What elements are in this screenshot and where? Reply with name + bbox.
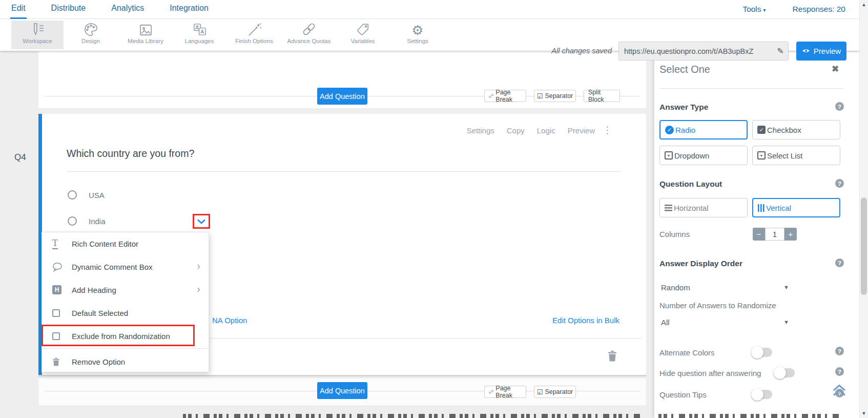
radio-option-usa[interactable]: [68, 190, 77, 200]
gear-icon: ⚙: [411, 21, 423, 37]
question-layout-label: Question Layout: [659, 180, 722, 189]
alternate-colors-toggle[interactable]: [752, 348, 772, 357]
option-menu-chevron-highlight[interactable]: [193, 214, 210, 229]
submenu-chevron-icon: [197, 261, 200, 271]
separator-button-top[interactable]: Separator: [534, 90, 576, 102]
scroll-up-arrow[interactable]: [860, 2, 868, 7]
workspace-icon: [30, 21, 45, 37]
option-label-india[interactable]: India: [89, 217, 106, 226]
split-block-button[interactable]: Split Block: [584, 90, 620, 102]
columns-value[interactable]: 1: [765, 228, 784, 241]
toolbar-item-variables[interactable]: Variables: [336, 21, 389, 44]
question-actions: Settings Copy Logic Preview: [467, 126, 595, 135]
chevron-down-icon: [197, 219, 206, 224]
increment-button[interactable]: [784, 228, 797, 241]
delete-question-icon[interactable]: [608, 350, 617, 364]
layout-horizontal[interactable]: Horizontal: [659, 198, 748, 217]
rich-text-icon: T: [52, 238, 66, 249]
toolbar-item-languages[interactable]: Languages: [173, 21, 226, 44]
toolbar-item-design[interactable]: Design: [64, 21, 117, 44]
randomize-count-select[interactable]: All: [661, 318, 670, 327]
menu-item-add-heading[interactable]: H Add Heading: [42, 278, 209, 301]
dropdown-square-icon: [757, 151, 766, 160]
design-palette-icon: [84, 21, 98, 37]
radio-option-india[interactable]: [68, 216, 77, 226]
magic-wand-icon: [247, 21, 262, 37]
scroll-down-arrow[interactable]: [860, 411, 868, 416]
checkbox-unchecked-icon[interactable]: [52, 332, 66, 340]
divider: [659, 88, 843, 89]
answer-type-radio[interactable]: Radio: [659, 120, 748, 140]
question-tips-toggle[interactable]: [752, 390, 772, 399]
eye-icon: [802, 47, 810, 55]
display-order-select[interactable]: Random: [661, 283, 690, 292]
scrollbar-thumb[interactable]: [861, 197, 867, 295]
layout-vertical[interactable]: Vertical: [752, 198, 840, 217]
dropdown-square-icon: [665, 151, 673, 160]
toolbar-item-media-library[interactable]: Media Library: [119, 21, 172, 44]
broken-link-icon: [489, 389, 493, 395]
question-preview-link[interactable]: Preview: [568, 126, 595, 135]
option-label-usa[interactable]: USA: [89, 191, 105, 200]
option-context-menu: T Rich Content Editor Dynamic Comment Bo…: [42, 232, 209, 372]
divider: [42, 348, 209, 349]
separator-button-bottom[interactable]: Separator: [534, 386, 576, 398]
menu-item-exclude-from-randomization[interactable]: Exclude from Randomization: [42, 325, 209, 347]
decrement-button[interactable]: [753, 228, 765, 241]
broken-link-icon: [489, 93, 493, 99]
answer-type-checkbox[interactable]: Checkbox: [752, 120, 840, 140]
page-scrollbar[interactable]: [859, 0, 868, 418]
toolbar-item-settings[interactable]: ⚙ Settings: [391, 21, 444, 44]
hide-question-toggle[interactable]: [774, 368, 795, 377]
menu-item-default-selected[interactable]: Default Selected: [42, 302, 209, 324]
checkbox-unchecked-icon[interactable]: [52, 309, 66, 317]
tab-integration[interactable]: Integration: [169, 0, 210, 19]
question-settings-panel: Select One Answer Type Radio Checkbox Dr…: [654, 51, 859, 418]
add-question-button-bottom[interactable]: Add Question: [317, 382, 367, 399]
chain-links-icon: [301, 21, 317, 37]
page-break-button-top[interactable]: Page Break: [484, 90, 526, 102]
menu-item-dynamic-comment-box[interactable]: Dynamic Comment Box: [42, 255, 209, 278]
tab-edit[interactable]: Edit: [10, 0, 27, 19]
survey-url-field[interactable]: https://eu.questionpro.com/t/AB3upBxZ ✎: [618, 42, 789, 61]
answer-type-dropdown[interactable]: Dropdown: [659, 146, 748, 165]
menu-item-rich-content-editor[interactable]: T Rich Content Editor: [42, 232, 209, 255]
add-question-button-top[interactable]: Add Question: [317, 88, 367, 105]
edit-options-in-bulk-link[interactable]: Edit Options in Bulk: [552, 316, 619, 325]
close-icon[interactable]: [832, 64, 839, 74]
question-tips-label: Question Tips: [659, 390, 707, 399]
question-number: Q4: [14, 152, 26, 163]
question-logic-link[interactable]: Logic: [537, 126, 555, 135]
page-break-button-bottom[interactable]: Page Break: [484, 386, 526, 398]
toolbar-item-workspace[interactable]: Workspace: [11, 21, 64, 44]
question-settings-link[interactable]: Settings: [467, 126, 494, 135]
vertical-bars-icon: [758, 204, 764, 212]
help-icon[interactable]: [835, 179, 844, 188]
kebab-menu-icon[interactable]: [603, 124, 612, 136]
help-icon[interactable]: [835, 367, 844, 376]
tab-distribute[interactable]: Distribute: [50, 0, 87, 19]
edit-url-icon[interactable]: ✎: [773, 46, 788, 56]
menu-item-remove-option[interactable]: Remove Option: [42, 350, 209, 373]
na-option-link[interactable]: NA Option: [212, 316, 247, 325]
help-icon[interactable]: [835, 347, 844, 355]
preview-button[interactable]: Preview: [796, 42, 846, 61]
question-title[interactable]: Which country are you from?: [67, 148, 194, 160]
toolbar-item-advance-quotas[interactable]: Advance Quotas: [282, 21, 336, 44]
help-icon[interactable]: [835, 258, 844, 267]
tab-analytics[interactable]: Analytics: [110, 0, 145, 19]
question-copy-link[interactable]: Copy: [507, 126, 525, 135]
toolbar-item-finish-options[interactable]: Finish Options: [228, 21, 281, 44]
heading-icon: H: [52, 285, 66, 294]
answer-type-select-list[interactable]: Select List: [752, 146, 840, 165]
horizontal-bars-icon: [665, 205, 672, 211]
scroll-to-top-icon[interactable]: [832, 383, 847, 400]
tools-menu[interactable]: Tools▾: [742, 5, 766, 14]
checkbox-icon: [757, 126, 766, 134]
responses-link[interactable]: Responses: 20: [793, 5, 845, 14]
caret-down-icon[interactable]: [783, 319, 789, 325]
help-icon[interactable]: [835, 102, 844, 111]
caret-down-icon[interactable]: [783, 284, 789, 290]
caret-down-icon: ▾: [763, 7, 766, 13]
clipped-content: [658, 414, 839, 418]
